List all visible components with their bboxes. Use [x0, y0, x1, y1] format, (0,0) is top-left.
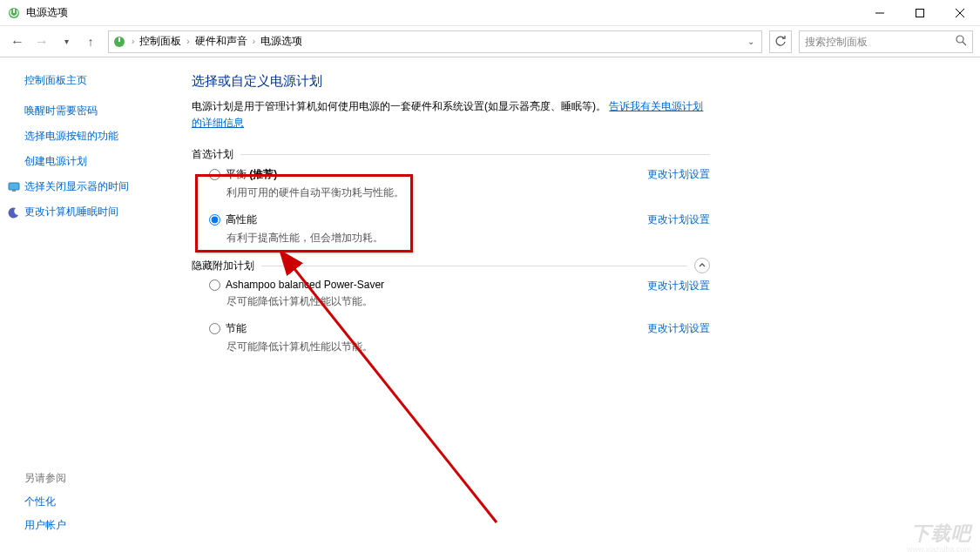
plan-description: 有利于提高性能，但会增加功耗。 — [226, 231, 710, 246]
sidebar-link-display-off[interactable]: 选择关闭显示器的时间 — [24, 179, 172, 194]
plan-high-performance: 高性能 更改计划设置 有利于提高性能，但会增加功耗。 — [209, 212, 710, 246]
breadcrumb-item[interactable]: 电源选项 — [257, 34, 306, 49]
svg-rect-3 — [916, 10, 924, 17]
page-heading: 选择或自定义电源计划 — [192, 73, 710, 90]
sidebar-link-wake-password[interactable]: 唤醒时需要密码 — [24, 104, 172, 118]
sidebar-link-label: 创建电源计划 — [24, 154, 87, 169]
minimize-button[interactable] — [860, 0, 900, 26]
sidebar-link-label: 更改计算机睡眠时间 — [24, 205, 118, 219]
divider — [240, 154, 710, 155]
sidebar-link-create-plan[interactable]: 创建电源计划 — [24, 154, 172, 169]
monitor-icon — [7, 180, 21, 194]
sidebar-link-sleep-time[interactable]: 更改计算机睡眠时间 — [24, 205, 172, 219]
svg-rect-11 — [12, 190, 16, 192]
see-also-personalization[interactable]: 个性化 — [24, 495, 172, 509]
power-options-icon — [112, 35, 126, 49]
plan-name-text: 平衡 — [226, 168, 247, 180]
plan-description: 利用可用的硬件自动平衡功耗与性能。 — [226, 185, 710, 200]
plan-radio[interactable] — [209, 323, 220, 334]
plan-radio[interactable] — [209, 169, 220, 180]
sidebar-link-label: 唤醒时需要密码 — [24, 104, 98, 118]
refresh-button[interactable] — [769, 30, 792, 53]
chevron-icon[interactable]: › — [251, 37, 257, 46]
recent-dropdown[interactable]: ▾ — [56, 31, 77, 52]
hidden-plans-header: 隐藏附加计划 — [192, 258, 710, 273]
moon-icon — [7, 205, 21, 219]
plan-name[interactable]: 平衡 (推荐) — [226, 167, 277, 182]
sidebar-link-label: 选择电源按钮的功能 — [24, 129, 118, 144]
see-also-user-accounts[interactable]: 用户帐户 — [24, 518, 172, 533]
maximize-button[interactable] — [900, 0, 940, 26]
change-plan-settings-link[interactable]: 更改计划设置 — [647, 279, 710, 293]
forward-button[interactable]: → — [31, 31, 52, 52]
plan-ashampoo: Ashampoo balanced Power-Saver 更改计划设置 尽可能… — [209, 279, 710, 309]
search-icon[interactable] — [956, 35, 967, 49]
plan-name[interactable]: 节能 — [226, 321, 247, 336]
section-title: 首选计划 — [192, 147, 233, 162]
svg-rect-1 — [13, 9, 15, 13]
main-content: 选择或自定义电源计划 电源计划是用于管理计算机如何使用电源的一套硬件和系统设置(… — [183, 57, 980, 552]
plan-power-saver: 节能 更改计划设置 尽可能降低计算机性能以节能。 — [209, 321, 710, 354]
change-plan-settings-link[interactable]: 更改计划设置 — [647, 212, 710, 227]
plan-radio[interactable] — [209, 214, 220, 226]
svg-point-8 — [956, 36, 963, 43]
breadcrumb[interactable]: › 控制面板 › 硬件和声音 › 电源选项 ⌄ — [108, 30, 762, 53]
chevron-icon[interactable]: › — [130, 37, 136, 46]
address-dropdown[interactable]: ⌄ — [744, 37, 758, 46]
divider — [261, 266, 687, 266]
titlebar: 电源选项 — [0, 0, 980, 26]
page-description: 电源计划是用于管理计算机如何使用电源的一套硬件和系统设置(如显示器亮度、睡眠等)… — [192, 98, 710, 131]
svg-rect-7 — [118, 37, 120, 42]
close-button[interactable] — [940, 0, 980, 26]
sidebar-home-link[interactable]: 控制面板主页 — [24, 73, 172, 88]
breadcrumb-item[interactable]: 硬件和声音 — [192, 34, 251, 49]
svg-line-9 — [963, 42, 966, 45]
back-button[interactable]: ← — [7, 31, 28, 52]
search-box[interactable] — [799, 30, 973, 53]
plan-name[interactable]: Ashampoo balanced Power-Saver — [226, 279, 384, 291]
window-title: 电源选项 — [26, 5, 68, 20]
chevron-icon[interactable]: › — [185, 37, 191, 46]
breadcrumb-item[interactable]: 控制面板 — [136, 34, 185, 49]
see-also-heading: 另请参阅 — [24, 471, 172, 486]
desc-text: 电源计划是用于管理计算机如何使用电源的一套硬件和系统设置(如显示器亮度、睡眠等)… — [192, 100, 606, 112]
navbar: ← → ▾ ↑ › 控制面板 › 硬件和声音 › 电源选项 ⌄ — [0, 26, 980, 57]
plan-name-text: 高性能 — [226, 213, 257, 226]
section-title: 隐藏附加计划 — [192, 259, 254, 273]
change-plan-settings-link[interactable]: 更改计划设置 — [647, 321, 710, 336]
preferred-plans-header: 首选计划 — [192, 147, 710, 162]
svg-rect-10 — [9, 183, 19, 190]
plan-name[interactable]: 高性能 — [226, 212, 257, 227]
sidebar-link-power-button[interactable]: 选择电源按钮的功能 — [24, 129, 172, 144]
search-input[interactable] — [805, 36, 956, 48]
sidebar-link-label: 选择关闭显示器的时间 — [24, 179, 129, 194]
sidebar: 控制面板主页 唤醒时需要密码 选择电源按钮的功能 创建电源计划 选择关闭显示器的… — [0, 57, 183, 552]
plan-recommended-label: (推荐) — [249, 168, 277, 180]
window-controls — [860, 0, 980, 26]
power-options-icon — [7, 6, 21, 20]
plan-description: 尽可能降低计算机性能以节能。 — [226, 294, 710, 309]
plan-radio[interactable] — [209, 279, 220, 291]
plan-balanced: 平衡 (推荐) 更改计划设置 利用可用的硬件自动平衡功耗与性能。 — [209, 167, 710, 200]
collapse-toggle[interactable] — [694, 258, 710, 273]
up-button[interactable]: ↑ — [80, 31, 101, 52]
change-plan-settings-link[interactable]: 更改计划设置 — [647, 167, 710, 182]
plan-description: 尽可能降低计算机性能以节能。 — [226, 340, 710, 354]
